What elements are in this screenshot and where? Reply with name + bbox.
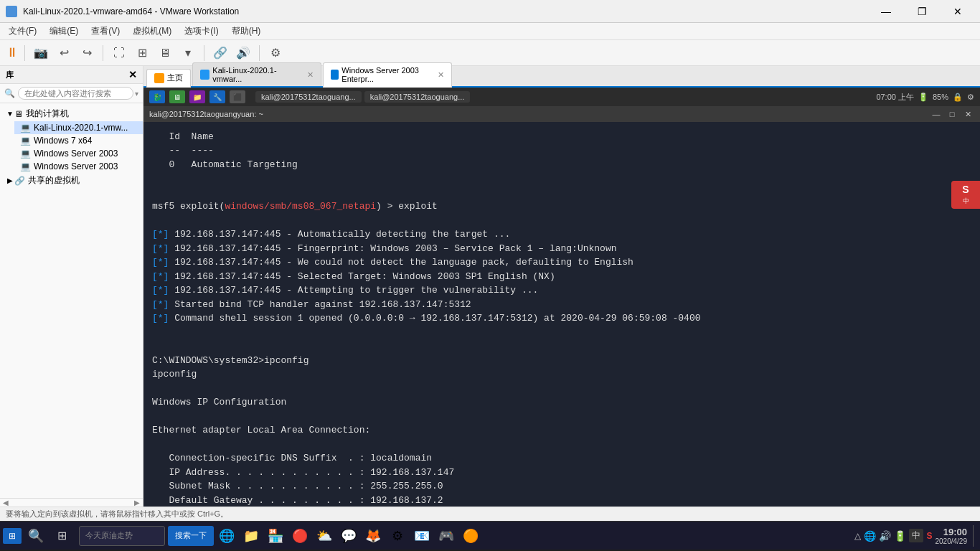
tree-winserver2-label: Windows Server 2003	[34, 161, 118, 171]
tray-sound-icon[interactable]: 🔊	[879, 530, 891, 542]
expand-icon[interactable]: ▼	[6, 110, 14, 118]
maximize-button[interactable]: ❐	[905, 0, 938, 23]
terminal-line	[152, 410, 971, 424]
vm-min-button[interactable]: —	[930, 108, 943, 121]
menu-tabs[interactable]: 选项卡(I)	[179, 24, 224, 39]
tree-win7-label: Windows 7 x64	[34, 136, 92, 146]
taskbar-app-settings[interactable]: ⚙	[386, 524, 409, 547]
menu-edit[interactable]: 编辑(E)	[44, 24, 84, 39]
tree-my-computer[interactable]: ▼ 🖥 我的计算机	[0, 106, 143, 121]
start-button[interactable]: ⊞	[3, 528, 22, 544]
terminal-line: IP Address. . . . . . . . . . . . : 192.…	[152, 466, 971, 480]
tree-machines: 💻 Kali-Linux-2020.1-vmw... 💻 Windows 7 x…	[0, 121, 143, 173]
tree-win7[interactable]: 💻 Windows 7 x64	[14, 134, 143, 147]
tree-my-computer-label: 我的计算机	[26, 108, 69, 120]
tb-network-button[interactable]: 🔗	[210, 43, 230, 63]
taskbar-search-icon[interactable]: 🔍	[24, 524, 47, 547]
search-input[interactable]	[18, 87, 133, 100]
tb-snapshot-button[interactable]: 📷	[31, 43, 51, 63]
terminal-line: [*] Started bind TCP handler against 192…	[152, 298, 971, 312]
menu-vm[interactable]: 虚拟机(M)	[127, 24, 177, 39]
vm-app-icon-1[interactable]: 🐉	[149, 90, 165, 103]
vm-app-icon-3[interactable]: 📁	[189, 90, 205, 103]
vm-window-titlebar: kali@20175312taoguangyuan: ~ — □ ✕	[143, 106, 980, 122]
system-clock[interactable]: 19:00 2020/4/29	[936, 527, 968, 545]
taskbar-app-firefox[interactable]: 🦊	[362, 524, 385, 547]
taskbar-app-game[interactable]: 🎮	[435, 524, 458, 547]
vm-app-icon-5[interactable]: ⬛	[230, 90, 245, 103]
terminal-line	[152, 171, 971, 186]
tray-up-icon[interactable]: △	[854, 531, 861, 541]
tree-kali[interactable]: 💻 Kali-Linux-2020.1-vmw...	[14, 121, 143, 134]
tray-network-icon[interactable]: 🌐	[864, 530, 876, 542]
tray-battery-icon[interactable]: 🔋	[894, 530, 906, 542]
tab-home[interactable]: 主页	[146, 69, 191, 88]
sidebar-close-button[interactable]: ✕	[128, 69, 137, 80]
taskbar-app-orange[interactable]: 🟠	[459, 524, 482, 547]
minimize-button[interactable]: —	[870, 0, 903, 23]
vm-settings-icon[interactable]: ⚙	[967, 93, 974, 102]
taskbar-search-box[interactable]: 今天原油走势	[79, 526, 165, 546]
sidebar-search-bar: 🔍 ▾	[0, 84, 143, 103]
vm-max-button[interactable]: □	[946, 108, 958, 121]
shared-expand-icon[interactable]: ▶	[6, 176, 14, 184]
taskbar-app-store[interactable]: 🏪	[264, 524, 287, 547]
scroll-left-icon[interactable]: ◀	[3, 499, 9, 507]
status-text: 要将输入定向到该虚拟机，请将鼠标指针移入其中或按 Ctrl+G。	[6, 509, 228, 519]
taskbar-app-chat[interactable]: 💬	[337, 524, 360, 547]
tb-sound-button[interactable]: 🔊	[233, 43, 253, 63]
sidebar-bottom: ◀ ▶	[0, 498, 143, 507]
tree-kali-label: Kali-Linux-2020.1-vmw...	[34, 123, 128, 133]
vm-close-button[interactable]: ✕	[961, 108, 974, 121]
vm-tab-kali2-label: kali@20175312taoguang...	[370, 93, 465, 101]
shared-icon: 🔗	[14, 176, 25, 186]
winserver1-vm-icon: 💻	[20, 149, 31, 159]
tab-winserver[interactable]: Windows Server 2003 Enterpr... ✕	[323, 62, 452, 88]
terminal-line	[152, 339, 971, 354]
tb-more-button[interactable]: ▾	[178, 43, 198, 63]
taskbar-app-folder[interactable]: 📁	[240, 524, 263, 547]
vm-tab-kali1[interactable]: kali@20175312taoguang...	[255, 91, 362, 103]
terminal-content[interactable]: Exploit target: Id Name -- ---- 0 Automa…	[143, 122, 980, 507]
tb-forward-button[interactable]: ↪	[77, 43, 97, 63]
winserver-tab-close[interactable]: ✕	[438, 70, 444, 80]
taskbar-right: △ 🌐 🔊 🔋 中 S 19:00 2020/4/29	[854, 525, 977, 547]
tree-winserver1[interactable]: 💻 Windows Server 2003	[14, 147, 143, 160]
show-desktop-button[interactable]	[973, 525, 977, 547]
tb-back-button[interactable]: ↩	[54, 43, 74, 63]
vm-app-icon-4[interactable]: 🔧	[209, 90, 225, 103]
taskbar-task-view-icon[interactable]: ⊞	[50, 524, 73, 547]
close-button[interactable]: ✕	[941, 0, 974, 23]
taskbar-app-red[interactable]: 🔴	[288, 524, 311, 547]
tree-winserver2[interactable]: 💻 Windows Server 2003	[14, 160, 143, 173]
tray-keyboard-icon[interactable]: 中	[909, 529, 923, 542]
tree-shared[interactable]: ▶ 🔗 共享的虚拟机	[0, 173, 143, 188]
menu-file[interactable]: 文件(F)	[3, 24, 42, 39]
terminal[interactable]: Exploit target: Id Name -- ---- 0 Automa…	[143, 122, 980, 507]
kali-tab-close[interactable]: ✕	[307, 70, 314, 80]
search-button[interactable]: 搜索一下	[168, 526, 214, 546]
taskbar-app-weather[interactable]: ⛅	[313, 524, 336, 547]
vm-screen[interactable]: 🐉 🖥 📁 🔧 ⬛ kali@20175312taoguang... kali@…	[143, 88, 980, 507]
clock-date: 2020/4/29	[936, 537, 968, 545]
menu-view[interactable]: 查看(V)	[85, 24, 126, 39]
tb-settings-button[interactable]: ⚙	[265, 43, 286, 63]
vm-app-icon-2[interactable]: 🖥	[169, 90, 185, 103]
terminal-line: [*] 192.168.137.147:445 - Automatically …	[152, 227, 971, 242]
taskbar-app-ie[interactable]: 🌐	[215, 524, 238, 547]
tb-display-button[interactable]: 🖥	[155, 43, 175, 63]
terminal-line: [*] 192.168.137.147:445 - We could not d…	[152, 255, 971, 270]
menu-help[interactable]: 帮助(H)	[226, 24, 267, 39]
tab-kali[interactable]: Kali-Linux-2020.1-vmwar... ✕	[192, 62, 321, 86]
taskbar-app-mail[interactable]: 📧	[410, 524, 433, 547]
tb-unity-button[interactable]: ⊞	[132, 43, 152, 63]
vm-tab-kali2[interactable]: kali@20175312taoguang...	[364, 91, 471, 103]
sogou-logo: S	[962, 184, 969, 195]
computer-icon: 🖥	[14, 109, 23, 119]
scroll-right-icon[interactable]: ▶	[134, 499, 140, 507]
tb-fullscreen-button[interactable]: ⛶	[109, 43, 129, 63]
tray-ime-icon[interactable]: S	[926, 531, 932, 541]
search-dropdown-icon[interactable]: ▾	[135, 90, 138, 98]
app-icon	[6, 6, 17, 17]
pause-button[interactable]: ⏸	[6, 45, 19, 60]
